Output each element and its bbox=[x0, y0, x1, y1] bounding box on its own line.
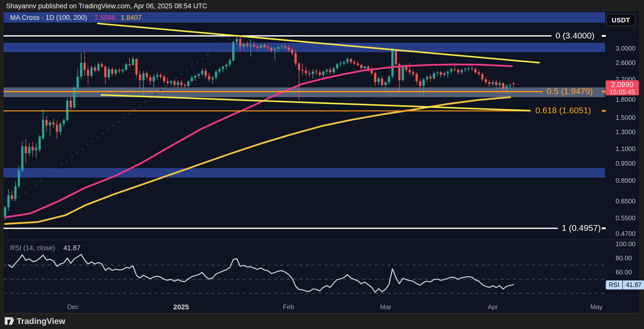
candle bbox=[97, 62, 100, 71]
candle bbox=[402, 65, 404, 82]
price-tick: 0.4700 bbox=[616, 230, 636, 238]
candle bbox=[205, 68, 207, 79]
tradingview-logo-icon[interactable] bbox=[5, 317, 15, 326]
candle bbox=[104, 65, 106, 84]
candle bbox=[326, 68, 328, 74]
candle bbox=[225, 63, 228, 70]
fib-label: 1 (0.4957) bbox=[562, 223, 601, 233]
rsi-legend[interactable]: RSI (14, close) 41.87 bbox=[10, 244, 80, 252]
time-label: Apr bbox=[488, 303, 498, 311]
countdown-timer: 15:05:45 bbox=[606, 89, 639, 95]
rsi-badge: RSI 41.87 bbox=[606, 280, 644, 289]
candle bbox=[191, 76, 193, 82]
candle bbox=[353, 60, 355, 65]
candle bbox=[125, 63, 127, 71]
candle bbox=[187, 80, 189, 87]
candle bbox=[73, 86, 75, 109]
trendline[interactable] bbox=[101, 95, 530, 111]
price-tick: 1.3000 bbox=[616, 128, 636, 136]
price-tick: 0.9500 bbox=[616, 160, 636, 167]
candle bbox=[90, 66, 93, 78]
candle bbox=[163, 75, 165, 83]
candle bbox=[194, 75, 196, 81]
ma-200-line bbox=[5, 97, 510, 224]
candle bbox=[52, 119, 55, 128]
indicator-legend[interactable]: MA Cross · 1D (100, 200) 2.5086 1.8407 bbox=[10, 14, 141, 22]
blue-zone bbox=[4, 168, 605, 177]
candle bbox=[488, 79, 491, 87]
candle bbox=[146, 71, 148, 80]
candle bbox=[59, 122, 62, 135]
price-tick: 1.8000 bbox=[616, 96, 636, 103]
price-tick: 1.1000 bbox=[616, 145, 636, 153]
fib-line-marker[interactable] bbox=[602, 35, 606, 37]
rsi-tick: 100.00 bbox=[616, 240, 636, 248]
candle bbox=[443, 71, 446, 77]
candle bbox=[412, 70, 414, 77]
candle bbox=[129, 57, 131, 66]
candle bbox=[11, 190, 13, 201]
candle bbox=[381, 76, 383, 87]
ma-slow-value: 1.8407 bbox=[121, 14, 142, 21]
time-label: Feb bbox=[283, 303, 294, 311]
time-label: Mar bbox=[380, 303, 391, 311]
candle bbox=[70, 97, 72, 112]
candle bbox=[336, 63, 338, 70]
tradingview-brand[interactable]: TradingView bbox=[17, 316, 65, 326]
publish-line: Shayannv published on TradingView.com, A… bbox=[6, 2, 207, 10]
last-price-value: 2.0990 bbox=[606, 81, 639, 89]
candle bbox=[436, 71, 438, 76]
candle bbox=[474, 67, 477, 74]
price-tick: 1.5000 bbox=[616, 114, 636, 122]
price-tick: 3.0000 bbox=[616, 45, 636, 52]
candle bbox=[371, 67, 373, 75]
price-tick: 2.6000 bbox=[616, 59, 636, 67]
fib-line-marker[interactable] bbox=[602, 227, 606, 229]
currency-button[interactable]: USDT bbox=[606, 14, 635, 26]
chart-canvas[interactable] bbox=[4, 11, 639, 313]
candle bbox=[339, 61, 342, 66]
candle bbox=[153, 75, 155, 87]
candle bbox=[42, 109, 44, 140]
candle bbox=[378, 77, 380, 85]
candle bbox=[139, 71, 141, 88]
candle bbox=[388, 75, 390, 84]
candle bbox=[391, 48, 394, 79]
candle bbox=[350, 58, 352, 64]
candle bbox=[308, 70, 311, 77]
ma-100-line bbox=[5, 64, 512, 217]
candle bbox=[7, 189, 10, 211]
candle bbox=[416, 72, 418, 84]
candle bbox=[333, 67, 335, 74]
candle bbox=[509, 83, 511, 88]
fib-line-marker[interactable] bbox=[602, 91, 606, 92]
candle bbox=[63, 118, 65, 127]
candle bbox=[426, 75, 428, 82]
candle bbox=[433, 71, 435, 80]
footer: TradingView bbox=[0, 313, 644, 329]
rsi-badge-label: RSI bbox=[606, 280, 622, 289]
price-tick: 0.8000 bbox=[616, 177, 636, 185]
candle bbox=[198, 73, 200, 79]
candle bbox=[21, 142, 23, 172]
rsi-line bbox=[9, 254, 514, 292]
chart-container[interactable]: MA Cross · 1D (100, 200) 2.5086 1.8407 U… bbox=[4, 11, 639, 313]
fib-line-marker[interactable] bbox=[602, 110, 606, 112]
candle bbox=[232, 41, 234, 62]
candle bbox=[170, 80, 172, 86]
candle bbox=[212, 76, 214, 84]
candle bbox=[295, 50, 297, 66]
candle bbox=[76, 69, 79, 90]
candle bbox=[56, 120, 58, 139]
rsi-tick: 60.00 bbox=[616, 268, 632, 276]
candle bbox=[118, 68, 120, 74]
candle bbox=[464, 67, 466, 73]
candle bbox=[395, 49, 397, 67]
candle bbox=[229, 58, 231, 67]
time-label: 2025 bbox=[173, 303, 189, 311]
candle bbox=[111, 67, 113, 76]
fib-label: 0.618 (1.6051) bbox=[535, 105, 591, 115]
candle bbox=[457, 68, 459, 75]
tradingview-published-chart: Shayannv published on TradingView.com, A… bbox=[0, 0, 644, 329]
candle bbox=[101, 62, 103, 68]
